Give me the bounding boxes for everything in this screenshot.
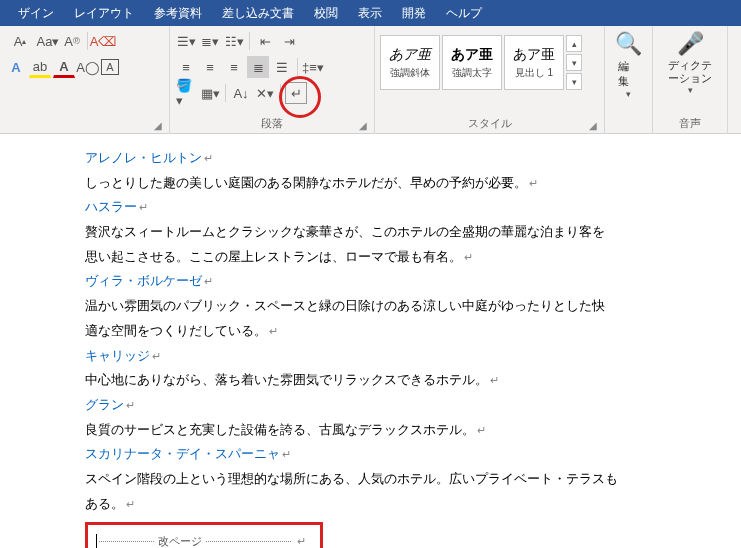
align-right-icon[interactable]: ≡ bbox=[223, 56, 245, 78]
increase-indent-icon[interactable]: ⇥ bbox=[278, 30, 300, 52]
multilevel-list-icon[interactable]: ☷▾ bbox=[223, 30, 245, 52]
paragraph-text: しっとりした趣の美しい庭園のある閑静なホテルだが、早めの予約が必要。 bbox=[85, 171, 671, 196]
character-border-icon[interactable]: A bbox=[101, 59, 119, 75]
align-justify-icon[interactable]: ≣ bbox=[247, 56, 269, 78]
font-group-label: ◢ bbox=[5, 116, 164, 134]
find-icon: 🔍 bbox=[615, 31, 642, 57]
paragraph-text: 贅沢なスィートルームとクラシックな豪華さが、このホテルの全盛期の華麗な泊まり客を bbox=[85, 220, 671, 245]
decrease-indent-icon[interactable]: ⇤ bbox=[254, 30, 276, 52]
paragraph-text: 思い起こさせる。ここの屋上レストランは、ローマで最も有名。 bbox=[85, 245, 671, 270]
styles-launcher-icon[interactable]: ◢ bbox=[587, 120, 599, 132]
paragraph-text: 温かい雰囲気のパブリック・スペースと緑の日除けのある涼しい中庭がゆったりとした快 bbox=[85, 294, 671, 319]
style-gallery-scroll: ▴ ▾ ▾ bbox=[566, 35, 582, 90]
font-group: A▴ Aa▾ Aⓟ A⌫ A ab A A◯ A ◢ bbox=[0, 26, 170, 134]
style-scroll-up-icon[interactable]: ▴ bbox=[566, 35, 582, 52]
tab-design[interactable]: ザイン bbox=[8, 0, 64, 26]
tab-references[interactable]: 参考資料 bbox=[144, 0, 212, 26]
text-cursor bbox=[96, 534, 97, 548]
page-break-marker[interactable]: 改ページ ↵ bbox=[96, 531, 312, 548]
tab-view[interactable]: 表示 bbox=[348, 0, 392, 26]
paragraph-launcher-icon[interactable]: ◢ bbox=[357, 120, 369, 132]
distributed-icon[interactable]: ☰ bbox=[271, 56, 293, 78]
dictation-button[interactable]: 🎤 ディクテ ーション ▾ bbox=[658, 29, 722, 97]
font-size-increase-icon[interactable]: A▴ bbox=[5, 30, 35, 52]
enclose-characters-icon[interactable]: A◯ bbox=[77, 56, 99, 78]
style-scroll-down-icon[interactable]: ▾ bbox=[566, 54, 582, 71]
shading-icon[interactable]: 🪣▾ bbox=[175, 82, 197, 104]
hyperlink[interactable]: ハスラー bbox=[85, 195, 671, 220]
editing-button[interactable]: 🔍 編集 ▾ bbox=[610, 29, 647, 101]
editing-group: 🔍 編集 ▾ bbox=[605, 26, 653, 134]
tab-layout[interactable]: レイアウト bbox=[64, 0, 144, 26]
ribbon-body: A▴ Aa▾ Aⓟ A⌫ A ab A A◯ A ◢ ☰▾ ≣▾ ☷▾ bbox=[0, 26, 741, 134]
style-heading-1[interactable]: あア亜 見出し 1 bbox=[504, 35, 564, 90]
highlight-icon[interactable]: ab bbox=[29, 56, 51, 78]
voice-group-label: 音声 bbox=[658, 116, 722, 134]
font-color-icon[interactable]: A bbox=[53, 56, 75, 78]
hyperlink[interactable]: スカリナータ・デイ・スパーニャ bbox=[85, 442, 671, 467]
paragraph-text: 良質のサービスと充実した設備を誇る、古風なデラックスホテル。 bbox=[85, 418, 671, 443]
align-left-icon[interactable]: ≡ bbox=[175, 56, 197, 78]
style-emphasis-bold[interactable]: あア亜 強調太字 bbox=[442, 35, 502, 90]
voice-group: 🎤 ディクテ ーション ▾ 音声 bbox=[653, 26, 728, 134]
tab-review[interactable]: 校閲 bbox=[304, 0, 348, 26]
page-break-highlight: 改ページ ↵ bbox=[85, 522, 323, 548]
hyperlink[interactable]: グラン bbox=[85, 393, 671, 418]
hyperlink[interactable]: キャリッジ bbox=[85, 344, 671, 369]
show-formatting-marks-icon[interactable]: ↵ bbox=[285, 82, 307, 104]
numbering-icon[interactable]: ≣▾ bbox=[199, 30, 221, 52]
text-outline-icon[interactable]: A bbox=[5, 56, 27, 78]
document-body[interactable]: アレノレ・ヒルトン しっとりした趣の美しい庭園のある閑静なホテルだが、早めの予約… bbox=[0, 134, 741, 548]
borders-icon[interactable]: ▦▾ bbox=[199, 82, 221, 104]
text-direction-icon[interactable]: ✕▾ bbox=[254, 82, 276, 104]
paragraph-text: ある。 bbox=[85, 492, 671, 517]
paragraph-text: 中心地にありながら、落ち着いた雰囲気でリラックスできるホテル。 bbox=[85, 368, 671, 393]
style-emphasis-italic[interactable]: あア亜 強調斜体 bbox=[380, 35, 440, 90]
style-expand-icon[interactable]: ▾ bbox=[566, 73, 582, 90]
paragraph-group-label: 段落 ◢ bbox=[175, 116, 369, 134]
paragraph-group: ☰▾ ≣▾ ☷▾ ⇤ ⇥ ≡ ≡ ≡ ≣ ☰ ‡≡▾ 🪣▾ ▦▾ A↓ bbox=[170, 26, 375, 134]
paragraph-text: スペイン階段の上という理想的な場所にある、人気のホテル。広いプライベート・テラス… bbox=[85, 467, 671, 492]
tab-developer[interactable]: 開発 bbox=[392, 0, 436, 26]
microphone-icon: 🎤 bbox=[677, 31, 704, 57]
styles-group-label: スタイル ◢ bbox=[380, 116, 599, 134]
tab-help[interactable]: ヘルプ bbox=[436, 0, 492, 26]
line-spacing-icon[interactable]: ‡≡▾ bbox=[302, 56, 324, 78]
align-center-icon[interactable]: ≡ bbox=[199, 56, 221, 78]
ribbon-tabs: ザイン レイアウト 参考資料 差し込み文書 校閲 表示 開発 ヘルプ bbox=[0, 0, 741, 26]
font-launcher-icon[interactable]: ◢ bbox=[152, 120, 164, 132]
styles-group: あア亜 強調斜体 あア亜 強調太字 あア亜 見出し 1 ▴ ▾ ▾ bbox=[375, 26, 605, 134]
paragraph-text: 適な空間をつくりだしている。 bbox=[85, 319, 671, 344]
phonetic-guide-icon[interactable]: Aⓟ bbox=[61, 30, 83, 52]
sort-icon[interactable]: A↓ bbox=[230, 82, 252, 104]
bullets-icon[interactable]: ☰▾ bbox=[175, 30, 197, 52]
hyperlink[interactable]: ヴィラ・ボルケーゼ bbox=[85, 269, 671, 294]
style-gallery: あア亜 強調斜体 あア亜 強調太字 あア亜 見出し 1 ▴ ▾ ▾ bbox=[380, 35, 599, 90]
tab-mailings[interactable]: 差し込み文書 bbox=[212, 0, 304, 26]
hyperlink[interactable]: アレノレ・ヒルトン bbox=[85, 146, 671, 171]
change-case-icon[interactable]: Aa▾ bbox=[37, 30, 59, 52]
clear-formatting-icon[interactable]: A⌫ bbox=[92, 30, 114, 52]
editing-group-label bbox=[610, 116, 647, 134]
